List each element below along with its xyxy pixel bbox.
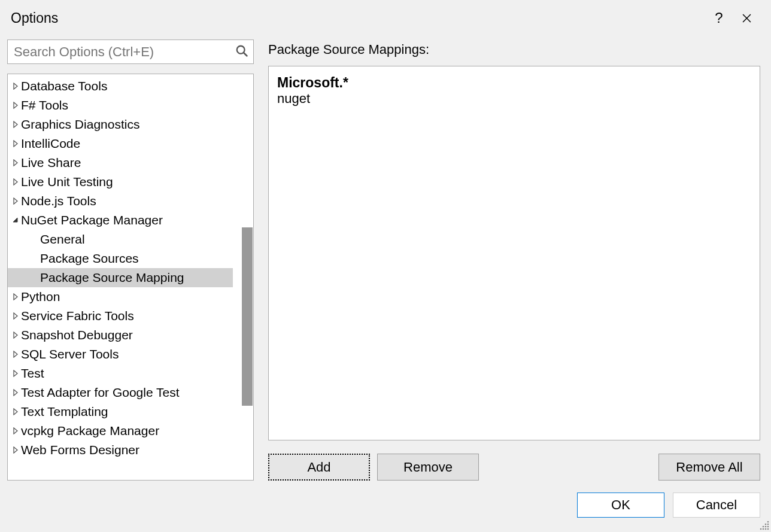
tree-item-label: General (40, 230, 85, 249)
tree-item-label: Test Adapter for Google Test (21, 383, 180, 402)
search-icon (235, 44, 248, 60)
mapping-pattern[interactable]: Microsoft.* (277, 75, 751, 91)
chevron-right-icon[interactable] (10, 370, 21, 377)
tree-item[interactable]: Test (8, 364, 253, 383)
tree-item[interactable]: IntelliCode (8, 134, 253, 153)
tree-item-label: Text Templating (21, 402, 108, 421)
tree-item-label: vcpkg Package Manager (21, 421, 159, 440)
svg-point-29 (765, 528, 767, 530)
tree-item[interactable]: Database Tools (8, 77, 253, 96)
chevron-right-icon[interactable] (10, 351, 21, 358)
chevron-right-icon[interactable] (10, 140, 21, 147)
svg-point-21 (767, 521, 769, 523)
tree-item-label: Snapshot Debugger (21, 326, 133, 345)
tree-item[interactable]: SQL Server Tools (8, 345, 253, 364)
mappings-heading: Package Source Mappings: (268, 42, 760, 57)
tree-item[interactable]: Node.js Tools (8, 191, 253, 211)
svg-marker-10 (14, 198, 17, 204)
svg-marker-7 (14, 141, 17, 147)
chevron-right-icon[interactable] (10, 197, 21, 205)
search-input[interactable] (11, 44, 235, 60)
search-options-box[interactable] (7, 39, 254, 64)
mapping-source[interactable]: nuget (277, 91, 751, 107)
svg-marker-6 (14, 121, 17, 127)
help-icon: ? (715, 10, 723, 26)
close-icon (742, 14, 751, 23)
svg-point-27 (760, 528, 762, 530)
resize-grip-icon[interactable] (759, 520, 770, 531)
chevron-right-icon[interactable] (10, 121, 21, 128)
svg-marker-18 (14, 409, 17, 415)
tree-item-label: Web Forms Designer (21, 440, 139, 460)
svg-point-30 (767, 528, 769, 530)
options-tree[interactable]: Database ToolsF# ToolsGraphics Diagnosti… (7, 74, 254, 481)
tree-item[interactable]: Text Templating (8, 402, 253, 421)
tree-item[interactable]: Test Adapter for Google Test (8, 383, 253, 402)
svg-point-22 (765, 524, 767, 525)
chevron-right-icon[interactable] (10, 446, 21, 454)
chevron-right-icon[interactable] (10, 178, 21, 186)
cancel-button[interactable]: Cancel (673, 493, 760, 518)
svg-point-2 (237, 45, 245, 53)
tree-item-label: Test (21, 364, 44, 383)
tree-scrollbar[interactable] (240, 74, 253, 480)
scrollbar-thumb[interactable] (242, 227, 253, 406)
svg-marker-19 (14, 428, 17, 434)
tree-item-label: Live Unit Testing (21, 172, 113, 191)
svg-point-25 (765, 526, 767, 528)
tree-item-label: Graphics Diagnostics (21, 115, 139, 134)
tree-item[interactable]: Graphics Diagnostics (8, 115, 253, 134)
tree-item[interactable]: Service Fabric Tools (8, 306, 253, 326)
chevron-right-icon[interactable] (10, 389, 21, 396)
titlebar: Options ? (0, 0, 771, 34)
svg-line-3 (244, 52, 247, 56)
remove-all-button[interactable]: Remove All (658, 454, 760, 481)
chevron-right-icon[interactable] (10, 427, 21, 434)
svg-point-26 (767, 526, 769, 528)
chevron-right-icon[interactable] (10, 293, 21, 300)
svg-marker-12 (14, 294, 17, 300)
tree-item-label: NuGet Package Manager (21, 211, 163, 230)
tree-item[interactable]: Live Unit Testing (8, 172, 253, 191)
chevron-right-icon[interactable] (10, 102, 21, 109)
svg-marker-4 (14, 83, 17, 89)
chevron-right-icon[interactable] (10, 83, 21, 90)
tree-item[interactable]: Live Share (8, 153, 253, 172)
svg-marker-9 (14, 179, 17, 185)
mappings-listbox[interactable]: Microsoft.* nuget (268, 66, 760, 440)
tree-item-label: IntelliCode (21, 134, 80, 153)
help-button[interactable]: ? (705, 7, 733, 29)
svg-marker-13 (14, 313, 17, 319)
add-button[interactable]: Add (268, 454, 370, 481)
tree-item[interactable]: Python (8, 287, 253, 306)
ok-button[interactable]: OK (577, 493, 664, 518)
tree-item[interactable]: Package Source Mapping (8, 268, 233, 287)
chevron-right-icon[interactable] (10, 312, 21, 320)
tree-item[interactable]: General (8, 230, 253, 249)
svg-marker-16 (14, 370, 17, 376)
tree-item[interactable]: NuGet Package Manager (8, 211, 253, 230)
chevron-right-icon[interactable] (10, 159, 21, 166)
tree-item[interactable]: Package Sources (8, 249, 253, 268)
svg-marker-5 (14, 102, 17, 108)
svg-marker-15 (14, 351, 17, 357)
chevron-right-icon[interactable] (10, 408, 21, 415)
close-button[interactable] (733, 7, 760, 29)
svg-marker-11 (13, 218, 17, 222)
tree-item-label: Node.js Tools (21, 191, 96, 211)
svg-point-23 (767, 524, 769, 525)
chevron-right-icon[interactable] (10, 332, 21, 339)
tree-item[interactable]: Web Forms Designer (8, 440, 253, 460)
tree-item-label: SQL Server Tools (21, 345, 119, 364)
chevron-down-icon[interactable] (10, 217, 21, 224)
tree-item-label: F# Tools (21, 96, 68, 115)
tree-item[interactable]: F# Tools (8, 96, 253, 115)
svg-point-24 (763, 526, 764, 528)
svg-marker-8 (14, 160, 17, 166)
tree-item[interactable]: vcpkg Package Manager (8, 421, 253, 440)
tree-item-label: Package Sources (40, 249, 139, 268)
remove-button[interactable]: Remove (377, 454, 479, 481)
tree-item[interactable]: Snapshot Debugger (8, 326, 253, 345)
svg-marker-20 (14, 447, 17, 453)
svg-marker-17 (14, 390, 17, 396)
